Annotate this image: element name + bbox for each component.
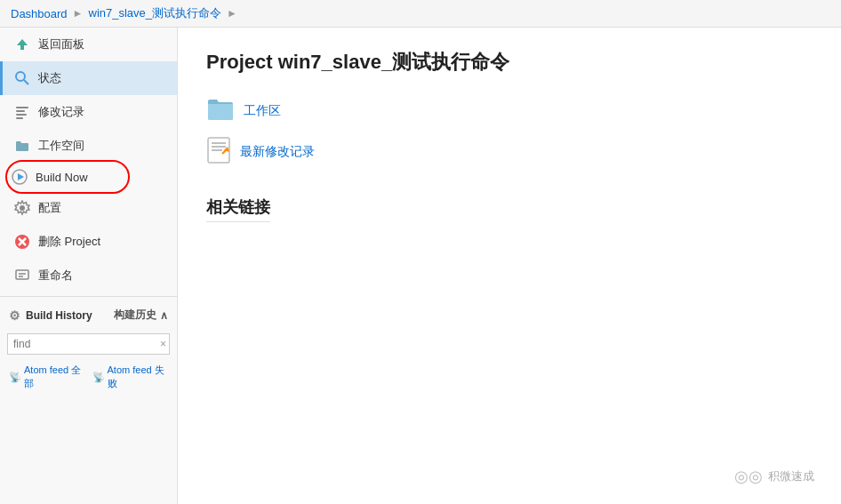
sidebar-item-delete[interactable]: 删除 Project [0,225,177,259]
sidebar-item-workspace[interactable]: 工作空间 [0,129,177,163]
delete-icon [13,233,31,251]
svg-rect-6 [16,114,27,116]
sidebar-item-back-label: 返回面板 [38,36,84,52]
breadcrumb-sep1: ► [73,7,84,20]
rename-icon [13,267,31,284]
related-section-title: 相关链接 [206,196,270,222]
sidebar-item-changelog[interactable]: 修改记录 [0,95,177,129]
folder-icon [13,137,31,155]
arrow-up-icon [13,36,31,53]
find-input-wrapper: × [7,333,170,355]
sidebar-item-config-label: 配置 [38,200,61,216]
build-history-header-left: ⚙ Build History [9,308,92,323]
breadcrumb-project[interactable]: win7_slave_测试执行命令 [89,5,222,21]
sidebar-item-build-now[interactable]: Build Now [0,163,177,191]
svg-rect-14 [16,270,28,279]
build-history-title-zh: 构建历史 [114,308,156,323]
sidebar-item-config[interactable]: 配置 [0,191,177,225]
watermark-text: 积微速成 [768,468,814,484]
atom-feed-row: 📡 Atom feed 全部 📡 Atom feed 失败 [0,358,177,396]
watermark: ◎◎ 积微速成 [734,467,814,486]
find-input[interactable] [7,333,170,355]
breadcrumb-dashboard[interactable]: Dashboard [11,7,68,20]
svg-marker-9 [18,173,24,180]
gear-icon [13,199,31,217]
svg-point-10 [20,205,25,211]
sidebar-divider [0,296,177,297]
build-history-header-right[interactable]: 构建历史 ∧ [114,308,168,323]
rss-icon-all: 📡 [9,372,21,383]
sidebar-item-status-label: 状态 [38,70,61,86]
build-history-title: Build History [26,309,92,322]
watermark-icon: ◎◎ [734,467,763,486]
breadcrumb-sep2: ► [227,7,237,20]
list-icon [13,103,31,121]
workspace-link-item[interactable]: 工作区 [206,97,813,125]
content-links: 工作区 最新修改记录 [206,97,813,168]
latest-changes-link[interactable]: 最新修改记录 [240,144,315,160]
breadcrumb: Dashboard ► win7_slave_测试执行命令 ► [0,0,841,28]
atom-feed-fail-link[interactable]: 📡 Atom feed 失败 [92,364,169,390]
search-icon [13,69,31,87]
workspace-folder-icon [206,97,235,125]
svg-line-3 [24,80,28,84]
find-clear-button[interactable]: × [160,338,166,350]
svg-point-2 [16,72,25,81]
sidebar-item-status[interactable]: 状态 [0,61,177,95]
sidebar-item-rename[interactable]: 重命名 [0,259,177,292]
play-icon [11,168,28,186]
rss-icon-fail: 📡 [92,372,105,383]
sidebar-item-delete-label: 删除 Project [38,234,100,250]
collapse-icon[interactable]: ∧ [160,309,168,322]
build-history-header: ⚙ Build History 构建历史 ∧ [0,300,177,330]
sidebar-item-back[interactable]: 返回面板 [0,28,177,61]
build-now-label: Build Now [36,171,88,184]
atom-feed-all-label: Atom feed 全部 [24,364,85,390]
svg-rect-7 [16,117,23,119]
sidebar-item-changelog-label: 修改记录 [38,104,84,120]
svg-rect-5 [16,110,25,112]
svg-rect-1 [20,45,24,50]
content-area: Project win7_slave_测试执行命令 工作区 [178,28,841,504]
workspace-link[interactable]: 工作区 [244,103,281,119]
document-icon [206,136,231,168]
latest-changes-link-item[interactable]: 最新修改记录 [206,136,813,168]
atom-feed-all-link[interactable]: 📡 Atom feed 全部 [9,364,85,390]
svg-marker-0 [17,39,28,45]
atom-feed-fail-label: Atom feed 失败 [108,364,169,390]
build-now-inner: Build Now [11,168,88,186]
svg-rect-4 [16,107,28,108]
main-layout: 返回面板 状态 修改记录 [0,28,841,504]
sidebar-item-rename-label: 重命名 [38,268,73,284]
build-history-gear-icon: ⚙ [9,308,20,323]
sidebar-item-workspace-label: 工作空间 [38,138,84,154]
sidebar: 返回面板 状态 修改记录 [0,28,178,504]
page-title: Project win7_slave_测试执行命令 [206,49,813,76]
